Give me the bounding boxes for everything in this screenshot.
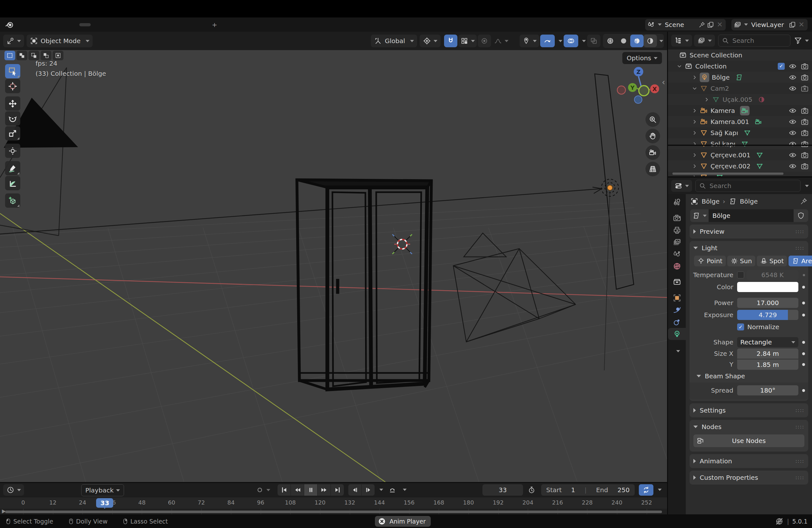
panel-animation[interactable]: Animation:::: — [690, 454, 808, 468]
panel-nodes-header[interactable]: Nodes:::: — [690, 420, 808, 434]
timeline-track-area[interactable]: ▶ — [0, 509, 667, 515]
outliner-row[interactable]: Collection ✓ — [668, 61, 812, 72]
snap-toggle[interactable] — [444, 34, 458, 47]
tool-rotate[interactable] — [5, 111, 20, 126]
prev-frame-button[interactable] — [348, 484, 361, 496]
tab-object[interactable] — [668, 292, 686, 304]
gizmos-toggle[interactable] — [540, 34, 555, 47]
panel-grip[interactable]: :::: — [796, 458, 804, 464]
expander-icon[interactable] — [676, 63, 683, 70]
breadcrumb-object[interactable]: Bölge — [701, 197, 720, 205]
panel-light-header[interactable]: Light:::: — [690, 241, 808, 255]
normalize-checkbox[interactable]: ✓ — [737, 323, 744, 331]
tool-move[interactable] — [5, 97, 20, 111]
viewlayer-selector[interactable]: ViewLayer ✕ — [731, 19, 808, 30]
tool-select-box[interactable] — [5, 64, 20, 78]
scene-name[interactable]: Scene — [662, 21, 698, 29]
outliner-row[interactable]: Kamera — [668, 105, 812, 116]
light-type-button[interactable]: Area — [788, 255, 812, 266]
visibility-dropdown[interactable] — [520, 34, 539, 47]
shading-wireframe-button[interactable] — [604, 34, 617, 47]
workspace-tab[interactable] — [193, 23, 205, 26]
temperature-checkbox[interactable] — [737, 272, 744, 278]
shape-dropdown[interactable]: Rectangle — [737, 337, 798, 347]
expander-icon[interactable] — [692, 141, 698, 147]
orientation-dropdown[interactable]: Global — [371, 34, 417, 47]
tool-annotate[interactable] — [5, 161, 20, 175]
tab-world[interactable] — [668, 260, 686, 272]
render-visibility-icon[interactable] — [801, 129, 809, 137]
remove-viewlayer-icon[interactable]: ✕ — [797, 20, 806, 29]
editor-divider[interactable] — [0, 482, 667, 483]
render-visibility-icon[interactable] — [801, 84, 809, 92]
expander-icon[interactable] — [692, 119, 698, 125]
workspace-tab[interactable] — [182, 23, 193, 26]
power-field[interactable]: 17.000 — [737, 298, 798, 308]
playback-sync-button[interactable] — [639, 484, 653, 496]
datablock-type-button[interactable] — [690, 209, 709, 222]
eye-icon[interactable] — [788, 106, 797, 115]
light-breadcrumb-icon[interactable] — [728, 197, 737, 205]
tab-constraints[interactable] — [668, 316, 686, 328]
size-x-field[interactable]: 2.84 m — [737, 349, 798, 359]
preview-range-icon[interactable] — [527, 486, 536, 494]
tab-render[interactable] — [668, 212, 686, 224]
next-frame-button[interactable] — [362, 484, 375, 496]
shading-rendered-button[interactable] — [643, 34, 657, 47]
timeline-snap-dropdown[interactable] — [403, 489, 407, 491]
zoom-button[interactable] — [646, 112, 660, 127]
scene-3d[interactable] — [0, 50, 667, 482]
outliner-scrollbar[interactable] — [672, 173, 783, 175]
datablock-name-field[interactable]: Bölge — [709, 209, 794, 222]
decorator-dot[interactable] — [802, 352, 805, 355]
tool-measure[interactable] — [5, 176, 20, 190]
eye-icon[interactable] — [788, 162, 797, 170]
new-scene-icon[interactable] — [707, 21, 714, 29]
frame-range-fields[interactable]: Start 1 | End 250 — [541, 484, 635, 496]
tabs-overflow-chevron[interactable] — [668, 345, 686, 357]
breadcrumb-data[interactable]: Bölge — [740, 197, 758, 205]
sync-dropdown[interactable] — [658, 489, 662, 491]
editor-divider[interactable] — [667, 32, 668, 514]
camera-view-button[interactable] — [646, 145, 660, 160]
light-type-button[interactable]: Point — [694, 255, 726, 266]
menu-item[interactable] — [28, 24, 38, 26]
gizmos-dropdown[interactable] — [556, 34, 563, 47]
decorator-dot[interactable] — [803, 274, 805, 276]
tool-add-cube[interactable] — [5, 193, 20, 208]
render-visibility-icon[interactable] — [801, 106, 809, 115]
eye-icon[interactable] — [788, 73, 797, 82]
jump-to-start-button[interactable] — [277, 484, 291, 496]
panel-settings[interactable]: Settings:::: — [690, 404, 808, 417]
panel-grip[interactable]: :::: — [796, 408, 804, 413]
navigation-gizmo[interactable]: Z Y X — [611, 63, 667, 104]
workspace-tab[interactable] — [171, 23, 182, 26]
mode-dropdown[interactable]: Object Mode — [27, 34, 92, 47]
temperature-field[interactable]: 6548 K — [746, 270, 798, 280]
menu-item[interactable] — [38, 24, 48, 26]
eye-icon[interactable] — [788, 151, 797, 159]
pan-button[interactable] — [646, 129, 660, 143]
object-breadcrumb-icon[interactable] — [690, 197, 698, 205]
auto-keyframe-button[interactable] — [252, 484, 273, 496]
select-mode-extend[interactable] — [16, 51, 27, 60]
panel-preview[interactable]: Preview:::: — [690, 224, 808, 238]
outliner-row[interactable]: Bölge — [668, 72, 812, 83]
properties-options-dropdown[interactable] — [805, 185, 809, 187]
snap-settings-dropdown[interactable] — [458, 34, 477, 47]
unlink-scene-icon[interactable]: ✕ — [715, 20, 724, 29]
eye-icon[interactable] — [788, 140, 797, 148]
viewlayer-name[interactable]: ViewLayer — [748, 21, 787, 29]
workspace-tab[interactable] — [159, 23, 171, 26]
render-visibility-icon[interactable] — [801, 162, 809, 170]
falloff-dropdown[interactable] — [492, 34, 510, 47]
tab-object-data[interactable] — [668, 328, 686, 340]
use-nodes-button[interactable]: Use Nodes — [693, 435, 804, 447]
perspective-toggle-button[interactable] — [646, 162, 660, 176]
exposure-slider[interactable]: 4.729 — [737, 310, 798, 320]
workspace-tab[interactable] — [148, 23, 159, 26]
pin-id-icon[interactable] — [800, 197, 808, 205]
options-button[interactable]: Options — [622, 52, 662, 64]
shading-solid-button[interactable] — [617, 34, 630, 47]
expander-icon[interactable] — [692, 163, 698, 169]
